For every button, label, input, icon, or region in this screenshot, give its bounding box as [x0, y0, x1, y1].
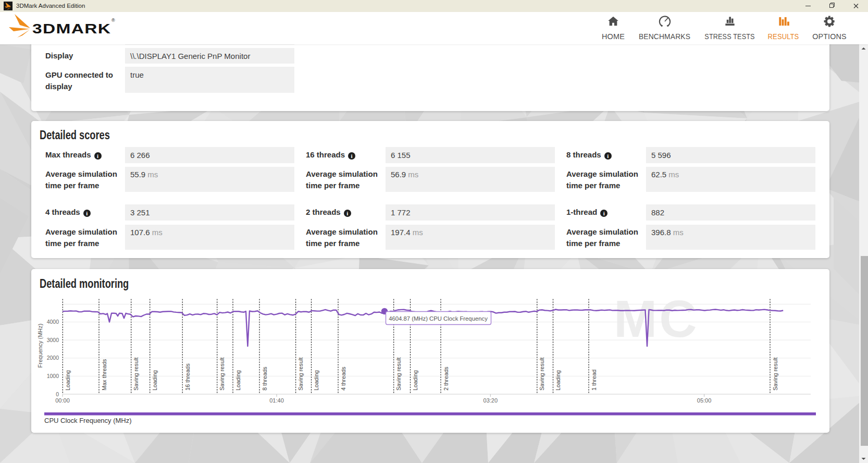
svg-text:Loading: Loading	[235, 370, 241, 391]
svg-text:Loading: Loading	[555, 370, 561, 391]
svg-text:00:00: 00:00	[55, 397, 70, 404]
svg-text:1 thread: 1 thread	[591, 370, 597, 391]
svg-text:03:20: 03:20	[483, 397, 498, 404]
svg-text:3000: 3000	[47, 337, 59, 343]
svg-text:Max threads: Max threads	[101, 359, 107, 391]
svg-text:1000: 1000	[47, 373, 59, 379]
svg-text:Saving result: Saving result	[219, 357, 225, 391]
svg-text:Loading: Loading	[65, 370, 71, 391]
svg-text:Loading: Loading	[152, 370, 158, 391]
svg-text:Frequency (MHz): Frequency (MHz)	[37, 324, 43, 368]
svg-text:8 threads: 8 threads	[262, 367, 268, 391]
svg-text:4 threads: 4 threads	[340, 367, 346, 391]
svg-text:Saving result: Saving result	[772, 357, 778, 391]
svg-text:Loading: Loading	[412, 370, 418, 391]
svg-text:CPU Clock Frequency (MHz): CPU Clock Frequency (MHz)	[44, 417, 132, 424]
svg-text:2 threads: 2 threads	[443, 367, 449, 391]
svg-text:4604.87 (MHz) CPU Clock Freque: 4604.87 (MHz) CPU Clock Frequency	[389, 315, 488, 322]
svg-text:MC: MC	[614, 289, 699, 348]
svg-text:Saving result: Saving result	[133, 357, 139, 391]
svg-text:16 threads: 16 threads	[184, 363, 191, 391]
svg-text:4000: 4000	[47, 319, 59, 325]
svg-text:Saving result: Saving result	[395, 357, 402, 391]
svg-text:Loading: Loading	[313, 370, 319, 391]
svg-text:Saving result: Saving result	[539, 357, 545, 391]
svg-text:Saving result: Saving result	[297, 357, 304, 391]
svg-text:0: 0	[56, 391, 59, 397]
svg-text:2000: 2000	[47, 355, 59, 361]
svg-text:01:40: 01:40	[269, 397, 284, 404]
svg-text:05:00: 05:00	[697, 397, 712, 404]
